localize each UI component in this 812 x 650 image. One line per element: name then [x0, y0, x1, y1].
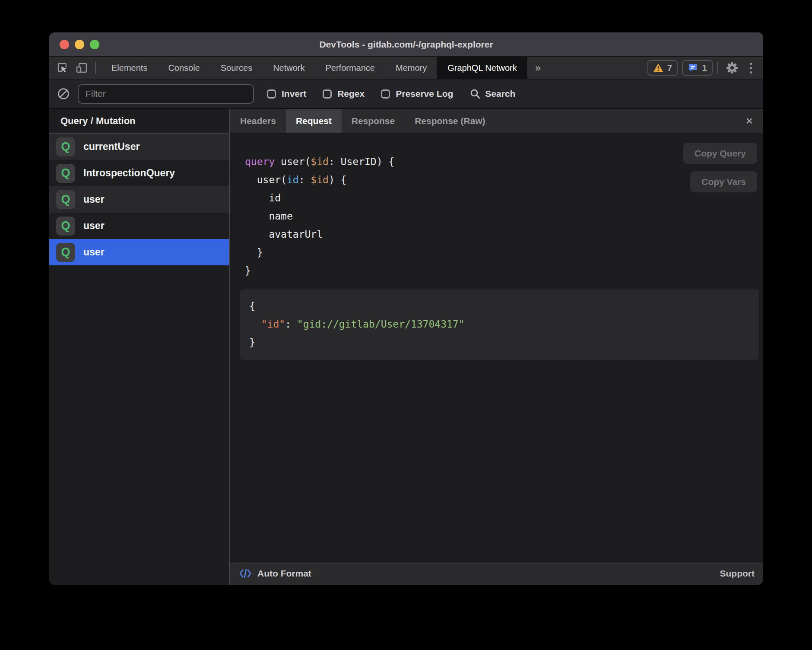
code-token: $id [311, 156, 329, 167]
code-line: query user($id: UserID) { [245, 153, 394, 171]
zoom-window-button[interactable] [90, 40, 99, 49]
title-bar: DevTools - gitlab.com/-/graphql-explorer [49, 32, 763, 57]
invert-checkbox-label: Invert [282, 89, 306, 99]
code-line: { [249, 297, 759, 315]
toolbar-right: 7 1 [647, 57, 763, 79]
clear-block-icon[interactable] [57, 87, 70, 100]
invert-checkbox-box[interactable] [267, 89, 276, 99]
query-variables-box: { "id": "gid://gitlab/User/13704317"} [240, 290, 759, 360]
copy-buttons: Copy Query Copy Vars [683, 143, 757, 192]
request-content: query user($id: UserID) { user(id: $id) … [230, 134, 763, 561]
device-toolbar-icon[interactable] [75, 62, 88, 74]
code-token: : UserID) { [329, 156, 394, 167]
tab-network[interactable]: Network [263, 57, 315, 79]
code-token: id [245, 192, 281, 204]
minimize-window-button[interactable] [75, 40, 84, 49]
copy-vars-button[interactable]: Copy Vars [690, 171, 757, 192]
search-control[interactable]: Search [469, 88, 515, 99]
inspect-element-icon[interactable] [56, 62, 68, 74]
settings-gear-icon[interactable] [722, 61, 742, 74]
devtools-window: DevTools - gitlab.com/-/graphql-explorer… [49, 32, 763, 585]
code-token: avatarUrl [245, 229, 323, 240]
support-link[interactable]: Support [720, 568, 755, 579]
code-token: id [287, 174, 299, 185]
code-line: user(id: $id) { [245, 171, 394, 189]
query-sidebar: Query / Mutation QcurrentUserQIntrospect… [49, 109, 230, 585]
code-token: name [245, 210, 293, 222]
tab-console[interactable]: Console [158, 57, 210, 79]
tab-sources[interactable]: Sources [210, 57, 263, 79]
code-token: ) { [329, 174, 347, 185]
panel-tab-headers[interactable]: Headers [230, 109, 286, 133]
preserve-log-checkbox-box[interactable] [381, 89, 390, 99]
query-list-item[interactable]: Quser [49, 213, 229, 239]
query-name-label: IntrospectionQuery [83, 167, 175, 179]
regex-checkbox-box[interactable] [323, 89, 332, 99]
panel-tab-request[interactable]: Request [286, 109, 342, 133]
devtools-tabs: ElementsConsoleSourcesNetworkPerformance… [101, 57, 437, 79]
panel-tab-response[interactable]: Response [342, 109, 405, 133]
tab-elements[interactable]: Elements [101, 57, 158, 79]
more-tabs-icon[interactable]: » [527, 57, 549, 79]
code-line: id [245, 189, 394, 207]
code-format-icon [239, 568, 252, 579]
code-line: "id": "gid://gitlab/User/13704317" [249, 315, 759, 333]
code-token: $id [311, 174, 329, 185]
close-window-button[interactable] [60, 40, 69, 49]
query-list-item[interactable]: QIntrospectionQuery [49, 160, 229, 186]
code-token: "id" [261, 319, 285, 330]
toolbar-right-divider [717, 62, 718, 74]
query-type-badge: Q [56, 217, 75, 236]
panel-tab-response-raw[interactable]: Response (Raw) [405, 109, 495, 133]
query-type-badge: Q [56, 137, 75, 156]
warnings-count: 7 [667, 63, 672, 73]
query-list: QcurrentUserQIntrospectionQueryQuserQuse… [49, 134, 229, 265]
panel-tab-bar: HeadersRequestResponseResponse (Raw) × [230, 109, 763, 134]
regex-checkbox-label: Regex [337, 89, 365, 99]
close-icon[interactable]: × [736, 109, 763, 133]
tab-performance[interactable]: Performance [315, 57, 386, 79]
query-list-item[interactable]: Quser [49, 186, 229, 213]
code-token: } [249, 337, 255, 348]
preserve-log-checkbox-label: Preserve Log [396, 89, 453, 99]
code-line: } [249, 333, 759, 351]
panel-footer: Auto Format Support [230, 561, 763, 585]
tab-graphql-network[interactable]: GraphQL Network [437, 57, 527, 79]
window-title: DevTools - gitlab.com/-/graphql-explorer [319, 39, 493, 50]
code-line: name [245, 207, 394, 225]
copy-query-button[interactable]: Copy Query [683, 143, 757, 164]
regex-checkbox[interactable]: Regex [323, 89, 365, 99]
query-name-label: user [83, 246, 105, 258]
code-token: : [299, 174, 311, 185]
filter-input[interactable] [78, 84, 254, 104]
more-options-kebab-icon[interactable] [746, 63, 755, 73]
issues-badge[interactable]: 1 [682, 60, 713, 76]
issues-count: 1 [702, 63, 707, 73]
query-list-item[interactable]: QcurrentUser [49, 134, 229, 160]
message-icon [688, 63, 698, 73]
main-area: Query / Mutation QcurrentUserQIntrospect… [49, 109, 763, 585]
query-name-label: user [83, 220, 105, 232]
warnings-badge[interactable]: 7 [647, 60, 678, 76]
toolbar-divider [95, 62, 96, 74]
code-line: avatarUrl [245, 225, 394, 243]
code-token: : [285, 319, 297, 330]
search-label: Search [485, 89, 515, 99]
invert-checkbox[interactable]: Invert [267, 89, 306, 99]
query-name-label: currentUser [83, 141, 140, 153]
search-icon [469, 88, 481, 99]
preserve-log-checkbox[interactable]: Preserve Log [381, 89, 453, 99]
traffic-lights [60, 32, 99, 56]
query-type-badge: Q [56, 190, 75, 209]
code-token [249, 319, 261, 330]
code-token: "gid://gitlab/User/13704317" [297, 319, 465, 330]
code-line: } [245, 243, 394, 261]
devtools-tab-bar: ElementsConsoleSourcesNetworkPerformance… [49, 57, 763, 80]
auto-format-toggle[interactable]: Auto Format [239, 568, 311, 579]
code-token: } [245, 247, 263, 258]
query-type-badge: Q [56, 243, 75, 262]
query-list-item[interactable]: Quser [49, 239, 229, 265]
filter-bar: InvertRegexPreserve Log Search [49, 80, 763, 109]
tab-memory[interactable]: Memory [385, 57, 437, 79]
code-token: { [249, 300, 255, 312]
